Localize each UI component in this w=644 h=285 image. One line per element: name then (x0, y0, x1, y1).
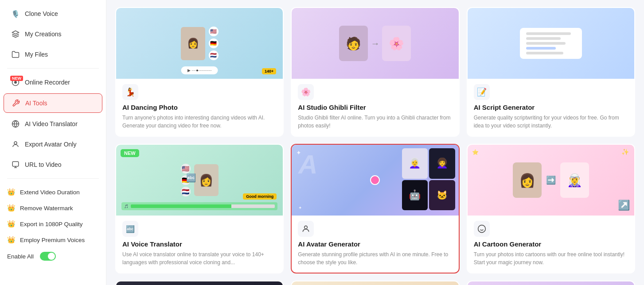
svg-rect-5 (12, 162, 19, 166)
crown-icon-extend: 👑 (7, 188, 16, 196)
card-icon-script: 📝 (474, 84, 490, 100)
sidebar-item-export-avatar-only[interactable]: Export Avatar Only (4, 135, 102, 154)
face-analysis-bg: FREE 👩 Test results 99 You look confiden… (292, 281, 458, 285)
ai-video-translator-icon (11, 119, 20, 129)
card-desc-dancing-photo: Turn anyone's photos into interesting da… (122, 114, 277, 130)
card-ai-voice-translator[interactable]: NEW 🇺🇸 🇩🇪 🇳🇱 👩 🎵 (115, 144, 284, 273)
sidebar-item-label: My Files (25, 51, 48, 58)
card-title-ghibli: AI Studio Ghibli Filter (298, 104, 452, 111)
card-desc-voice-translator: Use AI voice translator online to transl… (122, 250, 277, 266)
sidebar-item-label: URL to Video (25, 161, 62, 168)
card-ai-voice-music[interactable]: 🧑‍🎤 (115, 281, 284, 285)
premium-item-label: Employ Premium Voices (20, 237, 85, 243)
premium-item-label: Extend Video Duration (20, 189, 80, 196)
card-image-cartoon: ⭐ ✨ 👩 ➡️ 🧝‍♀️ ↗️ (468, 145, 634, 216)
card-desc-ghibli: Studio Ghibli filter AI online. Turn you… (298, 114, 452, 130)
card-desc-avatar: Generate stunning profile pictures with … (298, 250, 452, 266)
card-body-ghibli: 🌸 AI Studio Ghibli Filter Studio Ghibli … (292, 79, 458, 136)
card-image-script (468, 8, 634, 79)
card-body-cartoon: AI Cartoon Generator Turn your photos in… (468, 216, 634, 273)
card-image-swap: NEW 👨 👶 ⬇️ ⬇️ 👩 👧 (468, 281, 634, 285)
sidebar-item-ai-video-translator[interactable]: AI Video Translator (4, 115, 102, 133)
card-body-dancing-photo: 💃 AI Dancing Photo Turn anyone's photos … (116, 79, 283, 136)
clone-voice-icon: 🎙️ (11, 9, 20, 19)
toggle-knob (48, 253, 55, 260)
star-cartoon-1: ⭐ (472, 149, 479, 155)
card-icon-voice-translator: 🔤 (122, 221, 138, 237)
card-body-avatar: AI Avatar Generator Generate stunning pr… (292, 216, 458, 273)
sidebar-item-clone-voice[interactable]: 🎙️ Clone Voice (4, 4, 102, 23)
card-title-script: AI Script Generator (474, 104, 628, 111)
sidebar-divider (7, 68, 99, 69)
card-icon-cartoon (474, 221, 490, 237)
card-image-avatar: ✦ ✦ ✦ A 👩‍🦳 👩‍🦱 🤖 🐱 (292, 145, 458, 216)
premium-section: 👑 Extend Video Duration 👑 Remove Waterma… (0, 182, 106, 266)
enable-all-item[interactable]: Enable All (0, 248, 106, 265)
card-image-voice-music: 🧑‍🎤 (116, 281, 283, 285)
crown-icon-voices: 👑 (7, 236, 16, 244)
sidebar-divider-2 (7, 178, 99, 179)
sidebar-item-url-to-video[interactable]: URL to Video (4, 155, 102, 174)
card-image-ghibli: 🧑 → 🌸 (292, 8, 458, 79)
new-badge: NEW (10, 76, 23, 81)
dancing-photo-bg: 👩 🇺🇸 🇩🇪 🇳🇱 ▶ ····●············ 140+ (116, 8, 283, 79)
ghibli-bg: 🧑 → 🌸 (292, 8, 458, 79)
star-cartoon-2: ✨ (621, 148, 629, 155)
premium-item-premium-voices[interactable]: 👑 Employ Premium Voices (0, 232, 106, 248)
ai-tools-icon (11, 98, 21, 108)
url-to-video-icon (11, 160, 20, 169)
card-image-face-analysis: FREE 👩 Test results 99 You look confiden… (292, 281, 458, 285)
card-ai-face-analysis[interactable]: FREE 👩 Test results 99 You look confiden… (291, 281, 459, 285)
svg-point-1 (15, 81, 17, 84)
ai-swap-bg: NEW 👨 👶 ⬇️ ⬇️ 👩 👧 (468, 281, 634, 285)
sidebar-item-my-creations[interactable]: My Creations (4, 25, 102, 43)
voice-music-bg: 🧑‍🎤 (116, 281, 283, 285)
card-ai-cartoon[interactable]: ⭐ ✨ 👩 ➡️ 🧝‍♀️ ↗️ (467, 144, 635, 273)
enable-all-toggle[interactable] (40, 252, 56, 261)
card-ai-script[interactable]: 📝 AI Script Generator Generate quality s… (467, 7, 635, 137)
card-title-dancing-photo: AI Dancing Photo (122, 104, 277, 111)
main-content: 👩 🇺🇸 🇩🇪 🇳🇱 ▶ ····●············ 140+ 💃 (106, 0, 644, 285)
my-files-icon (11, 50, 20, 59)
card-ai-avatar-generator[interactable]: ✦ ✦ ✦ A 👩‍🦳 👩‍🦱 🤖 🐱 (291, 144, 459, 273)
premium-item-export-1080p[interactable]: 👑 Export in 1080P Quality (0, 216, 106, 232)
card-icon-avatar (298, 221, 314, 237)
card-ai-dancing-photo[interactable]: 👩 🇺🇸 🇩🇪 🇳🇱 ▶ ····●············ 140+ 💃 (115, 7, 284, 137)
card-ai-swap[interactable]: NEW 👨 👶 ⬇️ ⬇️ 👩 👧 (467, 281, 635, 285)
svg-point-8 (304, 226, 308, 229)
card-image-dancing-photo: 👩 🇺🇸 🇩🇪 🇳🇱 ▶ ····●············ 140+ (116, 8, 283, 79)
premium-item-remove-watermark[interactable]: 👑 Remove Watermark (0, 200, 106, 216)
cards-grid: 👩 🇺🇸 🇩🇪 🇳🇱 ▶ ····●············ 140+ 💃 (115, 7, 635, 285)
crown-icon-1080p: 👑 (7, 220, 16, 228)
card-body-voice-translator: 🔤 AI Voice Translator Use AI voice trans… (116, 216, 283, 273)
sidebar-item-label: Online Recorder (25, 79, 70, 86)
card-title-voice-translator: AI Voice Translator (122, 240, 277, 248)
avatar-bg: ✦ ✦ ✦ A 👩‍🦳 👩‍🦱 🤖 🐱 (292, 145, 458, 216)
online-recorder-icon: NEW (11, 77, 20, 87)
sidebar: 🎙️ Clone Voice My Creations My Files NEW (0, 0, 106, 285)
star-deco-3: ✦ (298, 205, 302, 210)
premium-item-label: Export in 1080P Quality (20, 221, 83, 227)
card-body-script: 📝 AI Script Generator Generate quality s… (468, 79, 634, 136)
premium-item-label: Remove Watermark (20, 205, 73, 212)
sidebar-item-ai-tools[interactable]: AI Tools (4, 93, 102, 113)
card-ai-ghibli[interactable]: 🧑 → 🌸 🌸 AI Studio Ghibli Filter Studio G… (291, 7, 459, 137)
card-desc-script: Generate quality scriptwriting for your … (474, 114, 628, 130)
sidebar-item-my-files[interactable]: My Files (4, 45, 102, 64)
sidebar-item-label: Export Avatar Only (25, 141, 76, 148)
my-creations-icon (11, 29, 20, 39)
sidebar-item-online-recorder[interactable]: NEW Online Recorder (4, 73, 102, 92)
new-badge-voice: NEW (121, 149, 139, 157)
voice-bg: NEW 🇺🇸 🇩🇪 🇳🇱 👩 🎵 (116, 145, 283, 216)
export-avatar-icon (11, 139, 20, 149)
card-icon-ghibli: 🌸 (298, 84, 314, 100)
card-image-voice-translator: NEW 🇺🇸 🇩🇪 🇳🇱 👩 🎵 (116, 145, 283, 216)
card-desc-cartoon: Turn your photos into cartoons with our … (474, 250, 628, 266)
enable-all-label: Enable All (7, 253, 34, 260)
sidebar-item-label: Clone Voice (25, 10, 58, 17)
premium-item-extend-video[interactable]: 👑 Extend Video Duration (0, 184, 106, 200)
card-title-cartoon: AI Cartoon Generator (474, 240, 628, 248)
cartoon-bg: ⭐ ✨ 👩 ➡️ 🧝‍♀️ ↗️ (468, 145, 634, 216)
crown-icon-watermark: 👑 (7, 204, 16, 212)
sidebar-item-label: AI Tools (25, 100, 47, 107)
